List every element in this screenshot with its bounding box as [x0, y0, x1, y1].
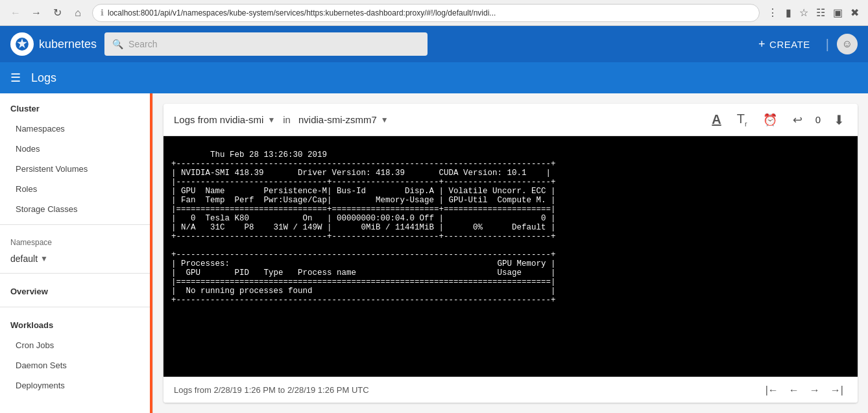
log-next-button[interactable]: →	[806, 382, 824, 399]
log-footer: Logs from 2/28/19 1:26 PM to 2/28/19 1:2…	[163, 377, 858, 403]
browser-tools: ⋮ ▮ ☆ ☷ ▣ ✖	[765, 4, 862, 21]
extensions-button[interactable]: ⋮	[765, 4, 780, 21]
forward-button[interactable]: →	[27, 4, 45, 22]
text-format-icon-button[interactable]: Tr	[734, 109, 750, 130]
sidebar-item-persistent-volumes[interactable]: Persistent Volumes	[0, 159, 152, 179]
download-icon: ⬇	[834, 112, 845, 128]
download-icon-button[interactable]: ⬇	[831, 110, 847, 130]
log-footer-text: Logs from 2/28/19 1:26 PM to 2/28/19 1:2…	[174, 385, 369, 395]
text-size-icon: A	[712, 112, 721, 127]
close-button[interactable]: ✖	[848, 4, 862, 21]
sidebar-divider	[0, 224, 152, 225]
sidebar-item-nodes[interactable]: Nodes	[0, 139, 152, 159]
source-dropdown-arrow: ▼	[267, 115, 275, 124]
shield-button[interactable]: ▮	[783, 4, 794, 21]
back-button[interactable]: ←	[6, 4, 25, 22]
overview-label[interactable]: Overview	[0, 279, 152, 301]
content-area: Logs from nvidia-smi ▼ in nvidia-smi-zsm…	[153, 93, 868, 413]
log-last-button[interactable]: →|	[826, 382, 847, 399]
user-icon: ☺	[842, 38, 852, 50]
log-nav-buttons: |← ← → →|	[762, 382, 847, 399]
kubernetes-logo-icon	[10, 32, 34, 56]
wrap-off-icon: ↩	[793, 113, 802, 127]
sidebar-item-cron-jobs[interactable]: Cron Jobs	[0, 335, 152, 355]
search-icon: 🔍	[112, 39, 123, 49]
star-button[interactable]: ☆	[797, 4, 811, 21]
sidebar-divider-2	[0, 273, 152, 274]
namespace-dropdown-arrow: ▼	[40, 254, 48, 263]
text-size-icon-button[interactable]: A	[709, 110, 723, 130]
log-viewer: Logs from nvidia-smi ▼ in nvidia-smi-zsm…	[163, 104, 858, 403]
header-divider: |	[826, 37, 829, 52]
namespace-value: default	[10, 254, 38, 264]
home-button[interactable]: ⌂	[69, 4, 87, 22]
sidebar-item-daemon-sets[interactable]: Daemon Sets	[0, 355, 152, 375]
security-icon: ℹ	[101, 8, 104, 18]
sidebar-item-deployments[interactable]: Deployments	[0, 375, 152, 395]
log-container-selector[interactable]: nvidia-smi-zsmm7 ▼	[298, 114, 389, 125]
create-label: CREATE	[769, 39, 810, 50]
sidebar-divider-3	[0, 307, 152, 307]
page-title-bar: ☰ Logs	[0, 62, 868, 93]
namespace-selector[interactable]: default ▼	[0, 250, 152, 268]
log-source-selector[interactable]: Logs from nvidia-smi ▼	[174, 114, 275, 125]
browser-bar: ← → ↻ ⌂ ℹ localhost:8001/api/v1/namespac…	[0, 0, 868, 26]
namespace-label: Namespace	[0, 230, 152, 250]
search-bar[interactable]: 🔍 Search	[104, 32, 428, 56]
sidebar: Cluster Namespaces Nodes Persistent Volu…	[0, 93, 153, 413]
url-text: localhost:8001/api/v1/namespaces/kube-sy…	[108, 8, 496, 18]
auto-scroll-off-icon-button[interactable]: ⏰	[760, 110, 780, 130]
sidebar-item-storage-classes[interactable]: Storage Classes	[0, 199, 152, 219]
reader-view[interactable]: ▣	[830, 4, 845, 21]
app-header: kubernetes 🔍 Search + CREATE | ☺	[0, 26, 868, 62]
sidebar-item-roles[interactable]: Roles	[0, 179, 152, 199]
log-source-label: Logs from nvidia-smi	[174, 114, 263, 125]
text-format-icon: Tr	[737, 112, 747, 128]
browser-nav-buttons: ← → ↻ ⌂	[6, 4, 87, 22]
sidebar-item-namespaces[interactable]: Namespaces	[0, 119, 152, 139]
workloads-label[interactable]: Workloads	[0, 313, 152, 335]
log-prev-button[interactable]: ←	[785, 382, 803, 399]
app-logo-text: kubernetes	[39, 38, 97, 51]
refresh-button[interactable]: ↻	[48, 4, 66, 22]
cluster-section-title: Cluster	[0, 93, 152, 119]
active-indicator	[150, 93, 152, 413]
app-logo[interactable]: kubernetes	[10, 32, 97, 56]
create-plus-icon: +	[758, 38, 766, 51]
log-content[interactable]: Thu Feb 28 13:26:30 2019 +--------------…	[163, 136, 858, 377]
log-toolbar: Logs from nvidia-smi ▼ in nvidia-smi-zsm…	[163, 104, 858, 136]
log-container-label: nvidia-smi-zsmm7	[298, 114, 377, 125]
search-placeholder: Search	[128, 39, 157, 49]
wrap-off-icon-button[interactable]: ↩	[790, 110, 805, 130]
page-title: Logs	[31, 71, 56, 85]
log-count: 0	[815, 114, 821, 125]
log-text: Thu Feb 28 13:26:30 2019 +--------------…	[171, 150, 556, 305]
sidebar-toggle[interactable]: ☷	[814, 4, 828, 21]
main-layout: Cluster Namespaces Nodes Persistent Volu…	[0, 93, 868, 413]
log-in-text: in	[283, 114, 291, 125]
address-bar[interactable]: ℹ localhost:8001/api/v1/namespaces/kube-…	[92, 4, 760, 22]
container-dropdown-arrow: ▼	[381, 115, 389, 124]
log-first-button[interactable]: |←	[762, 382, 782, 399]
user-avatar[interactable]: ☺	[837, 34, 858, 54]
log-toolbar-actions: A Tr ⏰ ↩ 0 ⬇	[709, 109, 847, 130]
create-button[interactable]: + CREATE	[751, 32, 818, 56]
auto-scroll-off-icon: ⏰	[763, 113, 777, 127]
hamburger-menu-button[interactable]: ☰	[10, 71, 21, 85]
